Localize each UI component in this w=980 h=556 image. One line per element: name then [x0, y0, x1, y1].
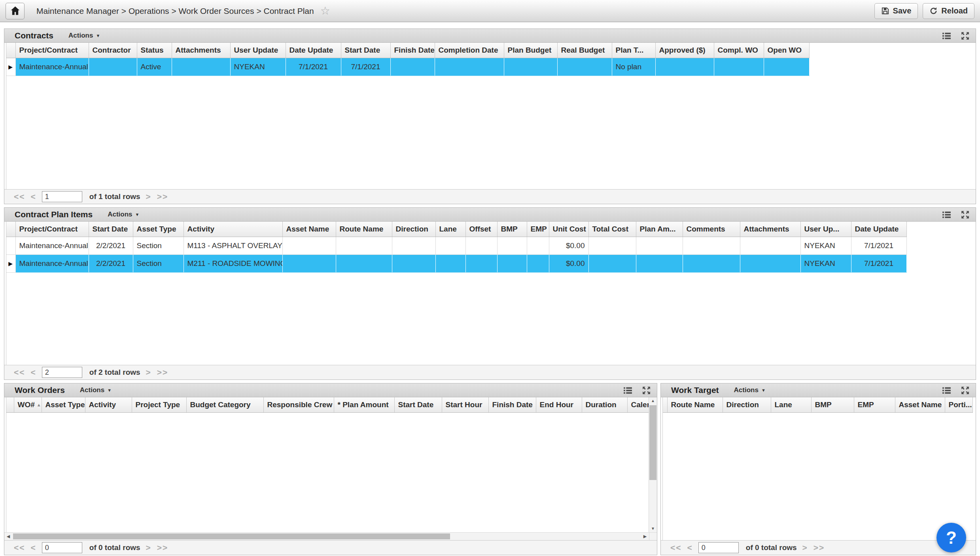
vertical-scrollbar[interactable]: ▲ ▼	[649, 397, 657, 532]
cell[interactable]: $0.00	[549, 237, 588, 255]
cell[interactable]	[89, 58, 137, 76]
column-header[interactable]: Start Date	[394, 397, 442, 413]
column-header[interactable]: Asset Type	[133, 222, 184, 237]
list-view-icon[interactable]	[942, 385, 952, 395]
home-button[interactable]	[6, 3, 25, 19]
list-view-icon[interactable]	[623, 385, 633, 395]
cell[interactable]	[497, 237, 527, 255]
cell[interactable]: NYEKAN	[230, 58, 286, 76]
column-header[interactable]: Duration	[582, 397, 627, 413]
row-marker[interactable]: ▶	[6, 255, 15, 273]
pager-first-button[interactable]: <<	[670, 543, 682, 552]
page-number-input[interactable]	[42, 367, 82, 378]
scrollbar-track[interactable]	[649, 404, 657, 525]
column-header[interactable]: Budget Category	[186, 397, 263, 413]
column-header[interactable]: User Update	[230, 43, 286, 58]
column-header[interactable]: Activity	[184, 222, 282, 237]
cell[interactable]	[435, 255, 465, 273]
cell[interactable]	[465, 255, 497, 273]
row-marker[interactable]	[6, 237, 15, 255]
column-header[interactable]: * Plan Amount	[334, 397, 394, 413]
pager-first-button[interactable]: <<	[14, 368, 25, 377]
actions-menu-button[interactable]: Actions ▼	[108, 211, 139, 218]
cell[interactable]	[172, 58, 230, 76]
cell[interactable]	[435, 58, 504, 76]
cell[interactable]	[527, 237, 549, 255]
scroll-up-icon[interactable]: ▲	[651, 397, 655, 404]
pager-prev-button[interactable]: <	[31, 543, 36, 552]
cell[interactable]	[636, 237, 683, 255]
expand-icon[interactable]	[960, 31, 970, 41]
page-number-input[interactable]	[698, 542, 739, 553]
column-header[interactable]: Project/Contract	[15, 222, 89, 237]
cell[interactable]	[655, 58, 714, 76]
pager-last-button[interactable]: >>	[157, 192, 168, 201]
cell[interactable]	[557, 58, 612, 76]
column-header[interactable]: Compl. WO	[714, 43, 764, 58]
column-header[interactable]: Asset Name	[895, 397, 945, 413]
cell[interactable]: Maintenance-Annual	[15, 255, 89, 273]
column-header[interactable]: Plan Budget	[504, 43, 557, 58]
column-header[interactable]: Status	[137, 43, 172, 58]
scrollbar-track[interactable]	[12, 533, 641, 540]
column-header[interactable]: Comments	[683, 222, 740, 237]
column-header[interactable]: Attachments	[740, 222, 800, 237]
column-header[interactable]: Direction	[392, 222, 435, 237]
list-view-icon[interactable]	[942, 31, 952, 41]
column-header[interactable]: User Up...	[800, 222, 851, 237]
column-header[interactable]: BMP	[497, 222, 527, 237]
pager-next-button[interactable]: >	[146, 543, 151, 552]
actions-menu-button[interactable]: Actions ▼	[68, 32, 100, 40]
column-header[interactable]: Approved ($)	[655, 43, 714, 58]
horizontal-scrollbar[interactable]: ◀ ▶	[4, 532, 657, 540]
favorite-star-icon[interactable]: ☆	[320, 6, 330, 17]
pager-next-button[interactable]: >	[802, 543, 808, 552]
column-header[interactable]: Responsible Crew	[263, 397, 334, 413]
column-header[interactable]: Start Hour	[442, 397, 488, 413]
column-header[interactable]: EMP	[527, 222, 549, 237]
cell[interactable]: $0.00	[549, 255, 588, 273]
cell[interactable]: Active	[137, 58, 172, 76]
column-header[interactable]: Unit Cost	[549, 222, 588, 237]
cell[interactable]	[282, 237, 336, 255]
column-header[interactable]: Lane	[435, 222, 465, 237]
cell[interactable]	[683, 255, 740, 273]
column-header[interactable]: Route Name	[667, 397, 723, 413]
column-header[interactable]: Asset Name	[282, 222, 336, 237]
scroll-left-icon[interactable]: ◀	[4, 534, 12, 539]
column-header[interactable]: Plan T...	[612, 43, 655, 58]
column-header[interactable]: Contractor	[89, 43, 137, 58]
scroll-right-icon[interactable]: ▶	[641, 534, 649, 539]
column-header[interactable]: Finish Date	[390, 43, 435, 58]
list-view-icon[interactable]	[942, 210, 952, 220]
cell[interactable]	[392, 237, 435, 255]
cell[interactable]: 7/1/2021	[851, 255, 906, 273]
cell[interactable]	[504, 58, 557, 76]
column-header[interactable]: Attachments	[172, 43, 230, 58]
cell[interactable]: 2/2/2021	[89, 237, 133, 255]
column-header[interactable]: Project/Contract	[15, 43, 89, 58]
page-number-input[interactable]	[42, 542, 82, 553]
column-header[interactable]: Porti...	[945, 397, 972, 413]
column-header[interactable]: Offset	[465, 222, 497, 237]
pager-last-button[interactable]: >>	[157, 368, 168, 377]
cell[interactable]	[683, 237, 740, 255]
cell[interactable]: 2/2/2021	[89, 255, 133, 273]
cell[interactable]	[336, 255, 392, 273]
cell[interactable]: Maintenance-Annual	[15, 237, 89, 255]
help-button[interactable]: ?	[936, 523, 966, 552]
pager-next-button[interactable]: >	[146, 368, 151, 377]
scroll-down-icon[interactable]: ▼	[651, 525, 655, 532]
cell[interactable]	[588, 237, 636, 255]
column-header[interactable]: Date Update	[286, 43, 341, 58]
column-header[interactable]: End Hour	[536, 397, 582, 413]
cell[interactable]	[282, 255, 336, 273]
scrollbar-thumb[interactable]	[649, 405, 656, 480]
save-button[interactable]: Save	[874, 3, 918, 19]
cell[interactable]	[764, 58, 809, 76]
pager-prev-button[interactable]: <	[31, 368, 36, 377]
column-header[interactable]: Start Date	[341, 43, 390, 58]
pager-last-button[interactable]: >>	[814, 543, 825, 552]
pager-first-button[interactable]: <<	[14, 192, 25, 201]
cell[interactable]: Section	[133, 237, 184, 255]
